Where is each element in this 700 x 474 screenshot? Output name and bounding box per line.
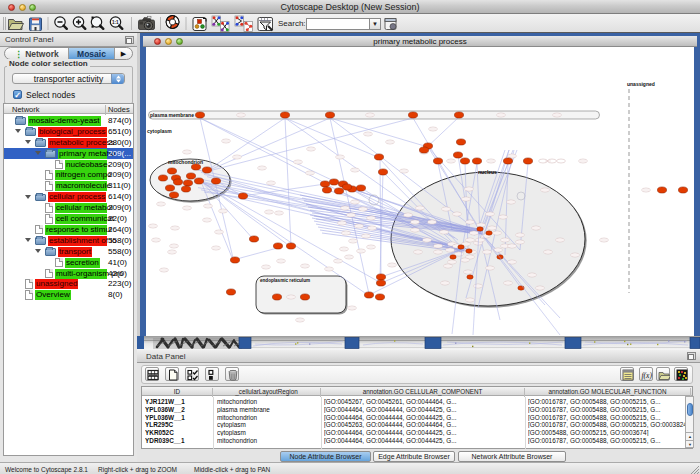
svg-text:1:1: 1:1 [112,20,119,25]
svg-text:unassigned: unassigned [627,81,655,87]
svg-text:f(x): f(x) [641,371,652,380]
svg-text:nucleus: nucleus [478,169,497,175]
svg-text:cytoplasm: cytoplasm [147,128,172,134]
svg-text:plasma membrane: plasma membrane [150,112,194,118]
svg-text:endoplasmic reticulum: endoplasmic reticulum [260,278,310,283]
